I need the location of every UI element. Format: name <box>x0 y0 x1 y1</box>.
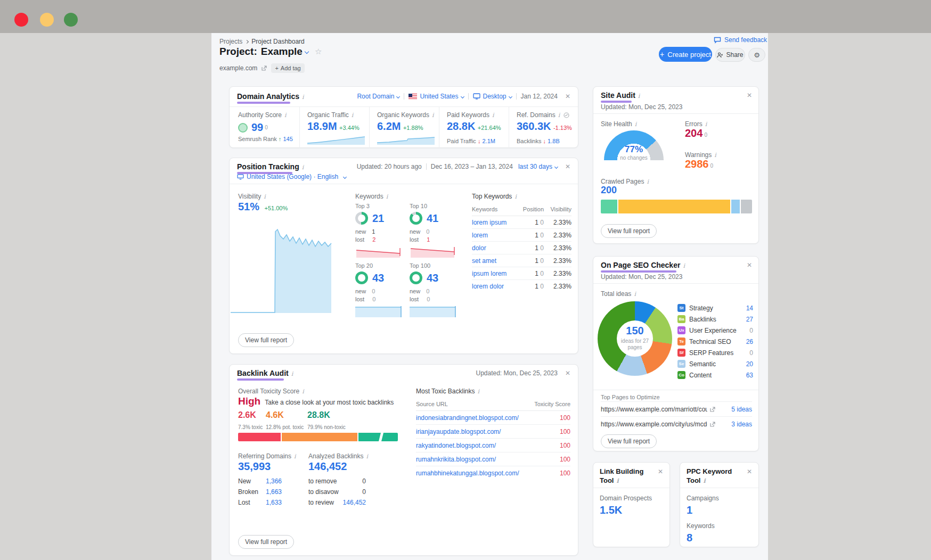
favorite-star-icon[interactable]: ☆ <box>315 47 322 56</box>
toxicity-bar <box>238 433 398 441</box>
keyword-link[interactable]: ipsum lorem <box>472 270 518 277</box>
separator <box>468 93 469 100</box>
chevron-down-icon <box>554 164 558 168</box>
legend-row: StStrategy14 <box>677 302 753 314</box>
keyword-link[interactable]: set amet <box>472 257 518 265</box>
info-icon[interactable]: i <box>477 388 479 395</box>
backlink-url-link[interactable]: indonesiabrandingnet.blogspot.com/ <box>416 414 560 422</box>
keywords-label: Keywords <box>687 522 715 530</box>
info-icon[interactable]: i <box>386 193 388 200</box>
total-ideas-value: 150 <box>598 325 672 337</box>
table-row: rumahbhinekatunggal.blogspot.com/ 100 <box>416 466 570 480</box>
category-count-link[interactable]: 0 <box>749 349 753 357</box>
broken-count-link[interactable]: 1,663 <box>266 488 282 499</box>
device-selector[interactable]: Desktop <box>483 93 507 100</box>
title-underline <box>601 101 632 103</box>
info-icon[interactable]: i <box>616 477 618 484</box>
visibility-label: Visibilityi <box>238 191 266 201</box>
share-button[interactable]: Share <box>715 48 745 62</box>
category-count-link[interactable]: 20 <box>746 360 753 368</box>
table-row: indonesiabrandingnet.blogspot.com/ 100 <box>416 411 570 425</box>
backlink-url-link[interactable]: irianjayaupdate.blogspot.com/ <box>416 428 560 435</box>
window-minimize-icon[interactable] <box>40 13 54 27</box>
keyword-link[interactable]: dolor <box>472 244 518 252</box>
ideas-link[interactable]: 5 ideas <box>731 406 752 413</box>
info-icon[interactable]: i <box>635 121 637 128</box>
link-building-title: Link Building Tooli <box>600 467 653 485</box>
country-selector[interactable]: United States <box>420 93 458 100</box>
range-selector[interactable]: last 30 days <box>518 163 552 170</box>
close-icon[interactable]: ✕ <box>747 92 752 99</box>
backlink-url-link[interactable]: rumahbhinekatunggal.blogspot.com/ <box>416 470 560 477</box>
info-icon[interactable]: i <box>366 453 368 460</box>
info-icon[interactable]: i <box>264 193 266 200</box>
create-project-button[interactable]: + Create project <box>659 47 712 62</box>
to-disavow-count[interactable]: 0 <box>362 488 366 499</box>
to-review-count[interactable]: 146,452 <box>343 499 366 509</box>
view-full-report-button[interactable]: View full report <box>238 333 294 347</box>
chevron-down-icon <box>508 94 512 98</box>
chevron-down-icon[interactable] <box>305 50 309 54</box>
backlink-url-link[interactable]: rakyatindonet.blogspot.com/ <box>416 442 560 449</box>
info-icon[interactable]: i <box>703 477 705 484</box>
window-zoom-icon[interactable] <box>64 13 78 27</box>
backlink-url-link[interactable]: rumahnkrikita.blogspot.com/ <box>416 456 560 463</box>
info-icon[interactable]: i <box>492 112 494 119</box>
backlinks-badge-icon: Ba <box>677 315 685 323</box>
ideas-link[interactable]: 3 ideas <box>731 421 752 428</box>
info-icon[interactable]: i <box>514 193 517 200</box>
info-icon[interactable]: i <box>294 453 296 460</box>
info-icon[interactable]: i <box>352 112 354 119</box>
visibility-value-row: 51% +51.00% <box>238 201 288 213</box>
keyword-link[interactable]: lorem <box>472 232 518 239</box>
info-icon[interactable]: i <box>302 388 304 395</box>
close-icon[interactable]: ✕ <box>747 468 752 475</box>
circled-slash-icon[interactable] <box>564 112 569 118</box>
new-count-link[interactable]: 1,366 <box>266 477 282 488</box>
info-icon[interactable]: i <box>302 94 304 101</box>
title-underline <box>237 378 284 381</box>
close-icon[interactable]: ✕ <box>565 163 570 170</box>
close-icon[interactable]: ✕ <box>565 369 570 377</box>
project-selector[interactable]: Example <box>261 46 303 57</box>
to-remove-count[interactable]: 0 <box>362 477 366 488</box>
info-icon[interactable]: i <box>638 93 640 100</box>
view-full-report-button[interactable]: View full report <box>601 224 657 238</box>
category-count-link[interactable]: 27 <box>746 316 753 323</box>
info-icon[interactable]: i <box>634 291 636 298</box>
send-feedback-link[interactable]: Send feedback <box>714 36 767 44</box>
info-icon[interactable]: i <box>284 112 287 119</box>
category-count-link[interactable]: 14 <box>746 304 753 312</box>
info-icon[interactable]: i <box>647 178 649 185</box>
info-icon[interactable]: i <box>714 152 716 159</box>
category-count-link[interactable]: 0 <box>749 327 753 334</box>
info-icon[interactable]: i <box>683 262 685 269</box>
info-icon[interactable]: i <box>302 164 304 171</box>
close-icon[interactable]: ✕ <box>747 261 752 269</box>
keyword-link[interactable]: lorem ipsum <box>472 219 518 226</box>
keyword-link[interactable]: lorem dolor <box>472 283 518 290</box>
scope-selector[interactable]: Root Domain <box>357 93 394 100</box>
bucket-label: Top 10 <box>410 203 459 209</box>
view-full-report-button[interactable]: View full report <box>238 535 294 549</box>
category-count-link[interactable]: 26 <box>746 338 753 345</box>
warnings-change: 0 <box>710 163 714 169</box>
external-link-icon[interactable] <box>710 407 715 412</box>
info-icon[interactable]: i <box>291 370 293 377</box>
settings-button[interactable]: ⚙ <box>748 48 765 62</box>
close-icon[interactable]: ✕ <box>565 93 570 100</box>
category-count-link[interactable]: 63 <box>746 372 753 379</box>
campaigns-label: Campaigns <box>687 495 719 502</box>
lost-count-link[interactable]: 1,633 <box>266 499 282 509</box>
breadcrumb-projects[interactable]: Projects <box>219 38 242 45</box>
locale-selector[interactable]: United States (Google) · English <box>237 173 346 180</box>
close-icon[interactable]: ✕ <box>658 468 663 475</box>
window-close-icon[interactable] <box>14 13 28 27</box>
info-icon[interactable]: i <box>558 112 560 119</box>
external-link-icon[interactable] <box>710 422 715 427</box>
add-tag-button[interactable]: +Add tag <box>271 63 304 73</box>
info-icon[interactable]: i <box>432 112 434 119</box>
view-full-report-button[interactable]: View full report <box>601 434 657 448</box>
toxic-value: 2.6K <box>238 410 256 420</box>
external-link-icon[interactable] <box>262 65 267 71</box>
